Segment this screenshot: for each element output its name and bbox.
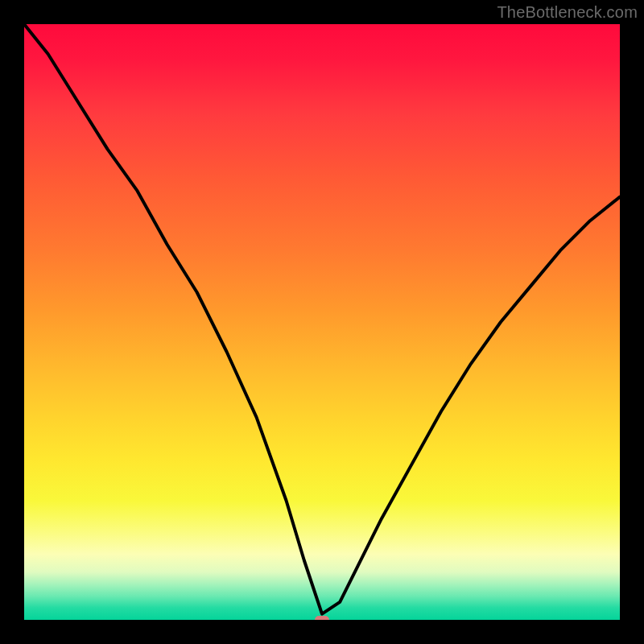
plot-area xyxy=(24,24,620,620)
optimal-marker xyxy=(315,616,329,620)
attribution-label: TheBottleneck.com xyxy=(497,3,638,22)
bottleneck-curve xyxy=(24,24,620,620)
chart-frame: TheBottleneck.com xyxy=(0,0,644,644)
